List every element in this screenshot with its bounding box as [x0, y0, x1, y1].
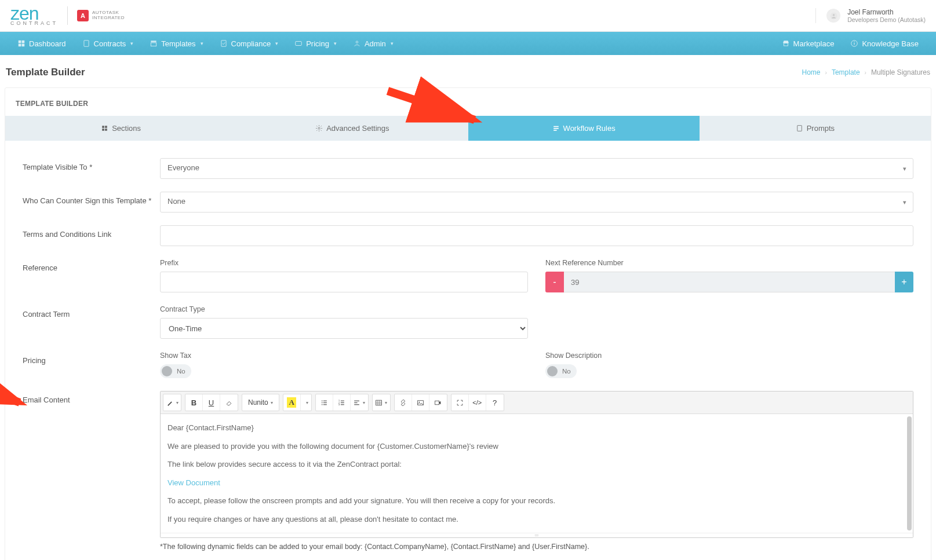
font-color-more-button[interactable]: ▾: [301, 394, 311, 411]
logo[interactable]: zen CONTRACT: [10, 6, 58, 26]
select-contract-type[interactable]: One-Time: [160, 318, 528, 339]
editor-resize-handle[interactable]: ═: [161, 533, 913, 537]
header-left: zen CONTRACT A AUTOTASK INTEGRATED: [10, 6, 125, 26]
svg-text:3: 3: [338, 403, 340, 405]
label-contract-term: Contract Term: [23, 305, 160, 319]
select-counter-sign[interactable]: None: [160, 192, 913, 213]
svg-point-1: [832, 14, 834, 16]
unordered-list-button[interactable]: [316, 394, 333, 411]
chevron-down-icon: ▾: [275, 41, 278, 46]
nav-dashboard-label: Dashboard: [29, 39, 66, 48]
link-button[interactable]: [395, 394, 412, 411]
editor-scrollbar[interactable]: [907, 416, 912, 530]
card-header: TEMPLATE BUILDER: [5, 88, 931, 116]
font-color-button[interactable]: A: [283, 394, 301, 411]
view-document-link[interactable]: View Document: [167, 478, 220, 487]
svg-line-49: [0, 368, 20, 402]
svg-rect-24: [797, 126, 802, 131]
row-visible-to: Template Visible To * Everyone: [23, 158, 913, 179]
user-icon: [830, 12, 837, 20]
svg-point-11: [356, 41, 358, 43]
logo-main-text: zen: [10, 6, 58, 21]
email-line: To accept, please follow the onscreen pr…: [167, 495, 906, 507]
help-button[interactable]: ?: [486, 394, 504, 411]
svg-rect-48: [435, 401, 439, 405]
toggle-knob: [547, 366, 558, 376]
tab-sections[interactable]: Sections: [5, 116, 236, 141]
underline-button[interactable]: U: [203, 394, 220, 411]
header-user-area[interactable]: Joel Farnworth Developers Demo (Autotask…: [815, 8, 926, 23]
svg-rect-27: [323, 400, 327, 401]
svg-rect-7: [151, 41, 156, 42]
font-family-button[interactable]: Nunito▾: [242, 394, 279, 411]
svg-rect-4: [19, 44, 21, 47]
input-prefix[interactable]: [160, 272, 528, 292]
align-button[interactable]: ▾: [351, 394, 368, 411]
tab-prompts[interactable]: Prompts: [700, 116, 931, 141]
tab-workflow-rules[interactable]: Workflow Rules: [468, 116, 700, 141]
label-visible-to: Template Visible To *: [23, 158, 160, 171]
admin-icon: [353, 39, 361, 47]
svg-rect-9: [221, 41, 225, 47]
image-button[interactable]: [412, 394, 429, 411]
eraser-icon: [225, 399, 233, 407]
avatar: [826, 9, 840, 23]
breadcrumb-template[interactable]: Template: [832, 68, 860, 76]
nav-contracts[interactable]: Contracts ▾: [75, 34, 141, 54]
chevron-down-icon: ▾: [130, 41, 133, 46]
nav-pricing[interactable]: Pricing ▾: [287, 34, 344, 54]
breadcrumb-sep: ›: [865, 69, 866, 76]
magic-wand-button[interactable]: ▾: [163, 394, 181, 411]
svg-rect-5: [22, 44, 25, 47]
ref-decrement-button[interactable]: -: [545, 272, 564, 292]
editor-content[interactable]: Dear {Contact.FirstName} We are pleased …: [161, 414, 913, 533]
select-visible-to[interactable]: Everyone: [160, 158, 913, 179]
ol-icon: 123: [338, 399, 345, 407]
table-icon: [375, 399, 383, 407]
tabs-row: Sections Advanced Settings Workflow Rule…: [5, 116, 931, 141]
magic-icon: [166, 399, 174, 407]
breadcrumb-home[interactable]: Home: [802, 68, 821, 76]
video-button[interactable]: [429, 394, 447, 411]
svg-rect-35: [341, 402, 344, 402]
nav-admin[interactable]: Admin ▾: [346, 34, 400, 54]
autotask-line2: INTEGRATED: [92, 16, 125, 21]
breadcrumb-current: Multiple Signatures: [871, 68, 930, 76]
nav-dashboard[interactable]: Dashboard: [10, 34, 73, 54]
user-company: Developers Demo (Autotask): [847, 16, 926, 23]
label-show-tax: Show Tax: [160, 352, 528, 360]
nav-knowledge-base[interactable]: Knowledge Base: [843, 34, 926, 54]
toggle-show-tax[interactable]: No: [160, 364, 191, 378]
info-icon: [850, 39, 858, 47]
input-terms-link[interactable]: [160, 225, 913, 246]
ref-increment-button[interactable]: +: [895, 272, 913, 292]
sections-icon: [101, 125, 108, 132]
toggle-show-description[interactable]: No: [545, 364, 577, 378]
svg-rect-33: [341, 400, 344, 401]
code-view-button[interactable]: </>: [469, 394, 486, 411]
chevron-down-icon: ▾: [201, 41, 203, 46]
email-line: We are pleased to provide you with the f…: [167, 441, 906, 452]
nav-compliance[interactable]: Compliance ▾: [213, 34, 286, 54]
link-icon: [399, 399, 407, 407]
svg-rect-17: [105, 126, 107, 128]
table-button[interactable]: ▾: [373, 394, 390, 411]
clear-format-button[interactable]: [220, 394, 238, 411]
bold-button[interactable]: B: [185, 394, 203, 411]
nav-marketplace-label: Marketplace: [793, 39, 835, 48]
chevron-down-icon: ▾: [391, 41, 394, 46]
email-line: Dear {Contact.FirstName}: [167, 422, 906, 434]
logo-sub-text: CONTRACT: [10, 21, 58, 26]
fullscreen-button[interactable]: [451, 394, 469, 411]
svg-rect-31: [323, 404, 327, 405]
nav-admin-label: Admin: [365, 39, 386, 48]
page-title-row: Template Builder Home › Template › Multi…: [0, 55, 936, 87]
toggle-show-tax-value: No: [177, 368, 185, 375]
tab-advanced-settings[interactable]: Advanced Settings: [236, 116, 468, 141]
ordered-list-button[interactable]: 123: [333, 394, 351, 411]
user-name: Joel Farnworth: [847, 8, 926, 16]
nav-marketplace[interactable]: Marketplace: [775, 34, 842, 54]
nav-templates[interactable]: Templates ▾: [143, 34, 210, 54]
ul-icon: [321, 399, 328, 407]
email-footnote: *The following dynamic fields can be add…: [160, 543, 913, 551]
